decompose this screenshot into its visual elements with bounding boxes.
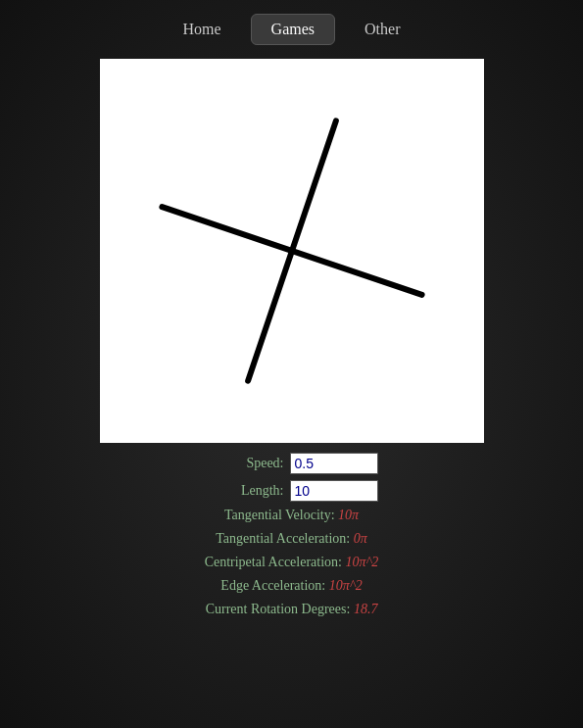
spinner-canvas-container <box>100 59 484 443</box>
current-rotation-label: Current Rotation Degrees: <box>206 602 354 616</box>
tangential-velocity-row: Tangential Velocity: 10π <box>100 508 484 523</box>
length-label: Length: <box>206 483 284 499</box>
edge-acceleration-row: Edge Acceleration: 10π^2 <box>100 578 484 594</box>
nav-other[interactable]: Other <box>345 15 419 44</box>
edge-acceleration-label: Edge Acceleration: <box>220 578 328 593</box>
nav-home[interactable]: Home <box>164 15 241 44</box>
tangential-acceleration-label: Tangential Acceleration: <box>216 531 354 546</box>
centripetal-acceleration-value: 10π^2 <box>345 555 378 569</box>
tangential-velocity-value: 10π <box>338 508 359 522</box>
speed-label: Speed: <box>206 456 284 471</box>
speed-row: Speed: <box>100 453 484 474</box>
tangential-acceleration-value: 0π <box>354 531 367 546</box>
length-input[interactable] <box>290 480 378 502</box>
tangential-acceleration-row: Tangential Acceleration: 0π <box>100 531 484 547</box>
length-row: Length: <box>100 480 484 502</box>
controls-panel: Speed: Length: Tangential Velocity: 10π … <box>100 453 484 625</box>
main-nav: Home Games Other <box>0 0 583 59</box>
tangential-velocity-label: Tangential Velocity: <box>224 508 338 522</box>
centripetal-acceleration-row: Centripetal Acceleration: 10π^2 <box>100 555 484 570</box>
current-rotation-row: Current Rotation Degrees: 18.7 <box>100 602 484 617</box>
current-rotation-value: 18.7 <box>354 602 378 616</box>
spinner-canvas <box>100 59 484 443</box>
edge-acceleration-value: 10π^2 <box>329 578 363 593</box>
centripetal-acceleration-label: Centripetal Acceleration: <box>205 555 346 569</box>
speed-input[interactable] <box>290 453 378 474</box>
nav-games[interactable]: Games <box>251 14 335 45</box>
